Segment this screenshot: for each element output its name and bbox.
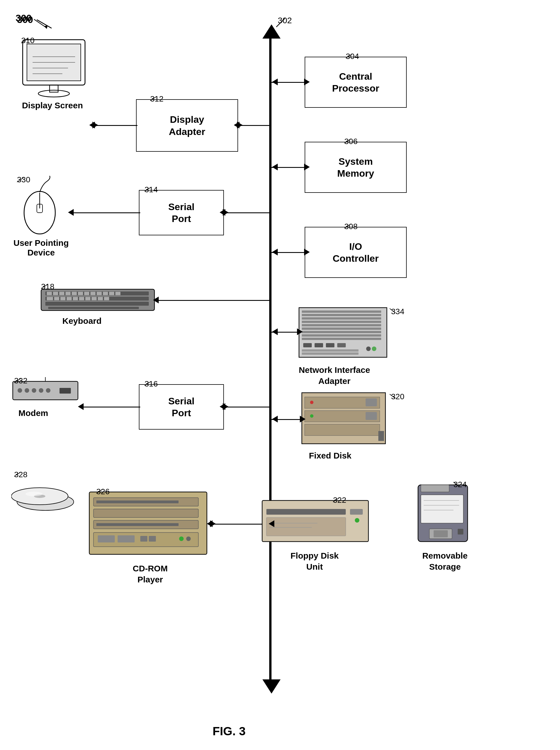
svg-line-11: [346, 54, 352, 58]
removable-storage-icon: [414, 482, 476, 547]
svg-rect-97: [96, 523, 179, 526]
svg-rect-44: [104, 297, 109, 300]
svg-line-85: [390, 394, 395, 398]
diagram-container: 300 302 310 Display Screen Displa: [0, 0, 560, 750]
svg-line-113: [333, 498, 339, 502]
keyboard-icon: [40, 287, 159, 315]
svg-point-61: [372, 347, 376, 351]
bus-ref-arrow: [273, 17, 288, 31]
svg-rect-57: [303, 343, 312, 347]
svg-rect-23: [47, 292, 52, 295]
ref-330-arrow: [16, 176, 24, 183]
fixed-disk-icon: [300, 391, 391, 448]
io-controller-box: I/OController: [305, 227, 407, 278]
svg-rect-40: [79, 297, 84, 300]
arrow-to-network: [297, 328, 303, 335]
line-adapter-to-bus: [238, 125, 271, 126]
svg-rect-24: [53, 292, 58, 295]
svg-point-83: [310, 414, 313, 418]
svg-line-16: [145, 187, 151, 191]
svg-rect-22: [48, 307, 139, 309]
svg-rect-48: [302, 311, 381, 313]
vertical-bus: [269, 28, 271, 680]
ref-320-arrow: [388, 393, 397, 400]
svg-rect-56: [302, 338, 381, 340]
svg-rect-36: [54, 297, 59, 300]
svg-point-4: [38, 90, 69, 97]
arrow-from-monitor: [92, 122, 98, 129]
svg-line-75: [145, 381, 151, 386]
serial-port-1-box: SerialPort: [139, 190, 224, 235]
svg-line-10: [150, 96, 157, 101]
ref-322-arrow: [332, 496, 340, 503]
svg-point-67: [18, 388, 22, 393]
svg-rect-26: [65, 292, 70, 295]
user-pointing-device-icon: [14, 176, 71, 238]
svg-rect-51: [302, 321, 381, 323]
svg-rect-80: [366, 398, 377, 406]
svg-rect-52: [302, 324, 381, 327]
svg-rect-38: [67, 297, 72, 300]
svg-rect-84: [378, 431, 384, 441]
svg-line-46: [344, 224, 351, 228]
arrow-cdrom-to-bus: [210, 520, 216, 527]
arrow-to-io: [304, 249, 310, 256]
arrow-serial2-to-bus: [223, 403, 228, 410]
svg-line-91: [14, 472, 21, 476]
svg-line-17: [344, 139, 351, 143]
svg-rect-39: [73, 297, 78, 300]
main-ref-300-bracket: 300: [14, 11, 57, 34]
svg-line-9: [21, 39, 28, 43]
svg-rect-33: [109, 292, 114, 295]
svg-rect-58: [315, 343, 323, 347]
svg-line-65: [390, 309, 395, 313]
arrow-from-memory: [272, 164, 278, 171]
svg-rect-54: [302, 331, 381, 333]
ref-314-arrow: [143, 186, 152, 193]
display-screen-label: Display Screen: [16, 101, 89, 110]
display-screen-icon: [17, 37, 96, 99]
arrow-adapter-to-bus: [237, 122, 243, 129]
ref-326-arrow: [95, 488, 103, 495]
central-processor-box: CentralProcessor: [305, 57, 407, 108]
svg-rect-94: [96, 500, 179, 503]
figure-caption: FIG. 3: [212, 725, 246, 738]
svg-rect-21: [45, 302, 149, 306]
svg-line-125: [34, 19, 45, 27]
svg-rect-50: [302, 317, 381, 320]
user-pointing-device-label: User PointingDevice: [8, 238, 74, 257]
svg-rect-25: [59, 292, 64, 295]
svg-rect-107: [266, 509, 346, 515]
svg-text:300: 300: [16, 13, 32, 23]
svg-rect-64: [302, 353, 358, 355]
arrow-to-fixeddisk: [300, 416, 306, 422]
cd-rom-label: CD-ROMPlayer: [110, 563, 190, 585]
ref-318-arrow: [40, 283, 48, 290]
svg-line-105: [96, 489, 103, 493]
svg-rect-3: [49, 85, 58, 92]
svg-point-109: [355, 518, 359, 522]
ref-328-arrow: [13, 471, 21, 478]
svg-point-82: [310, 401, 313, 404]
svg-rect-59: [326, 343, 334, 347]
modem-label: Modem: [18, 408, 48, 418]
arrow-to-mouse: [68, 209, 74, 216]
arrow-to-memory: [304, 164, 310, 171]
arrow-serial1-to-bus: [223, 209, 228, 216]
network-adapter-icon: [297, 306, 394, 363]
svg-rect-31: [97, 292, 102, 295]
ref-316-arrow: [143, 380, 152, 387]
arrow-from-network: [272, 328, 278, 335]
ref-310-arrow: [20, 37, 28, 44]
arrow-to-modem: [78, 403, 84, 410]
svg-rect-115: [421, 485, 449, 492]
svg-line-15: [17, 178, 23, 182]
ref-306-arrow: [343, 138, 351, 145]
svg-rect-60: [337, 343, 346, 347]
line-keyboard-to-bus: [157, 300, 271, 301]
arrow-from-io: [272, 249, 278, 256]
line-display-to-adapter: [94, 125, 138, 126]
cd-rom-icon: [88, 491, 212, 561]
line-serial1-to-bus: [224, 212, 271, 213]
svg-point-68: [25, 388, 29, 393]
